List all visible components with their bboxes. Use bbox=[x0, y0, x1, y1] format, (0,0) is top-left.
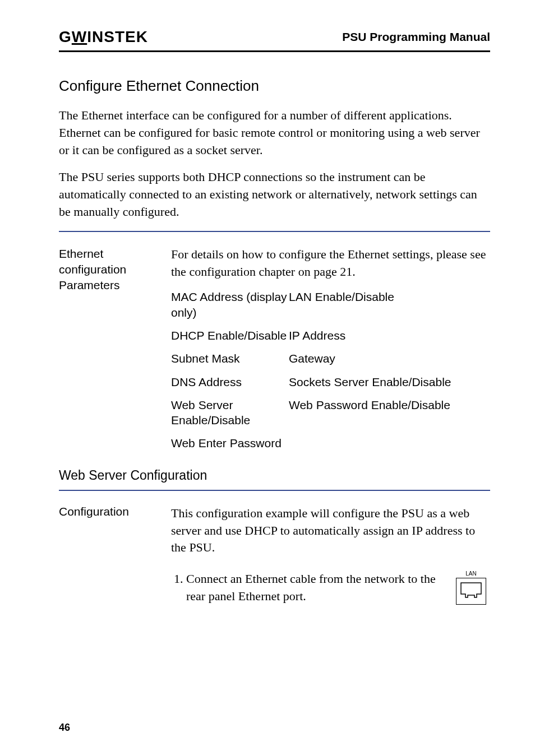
param-cell: LAN Enable/Disable bbox=[289, 289, 490, 320]
param-cell-full: Web Enter Password bbox=[171, 435, 490, 451]
section-divider bbox=[59, 490, 490, 491]
step-text: 1. Connect an Ethernet cable from the ne… bbox=[183, 571, 444, 605]
intro-paragraph-2: The PSU series supports both DHCP connec… bbox=[59, 169, 490, 220]
parameters-intro: For details on how to configure the Ethe… bbox=[171, 246, 490, 281]
param-cell: Sockets Server Enable/Disable bbox=[289, 374, 490, 389]
config-intro: This configuration example will configur… bbox=[171, 505, 490, 556]
section-divider bbox=[59, 231, 490, 232]
config-label: Configuration bbox=[59, 505, 171, 605]
param-cell: Web Password Enable/Disable bbox=[289, 397, 490, 428]
intro-paragraph-1: The Ethernet interface can be configured… bbox=[59, 107, 490, 159]
parameters-label: Ethernet configuration Parameters bbox=[59, 246, 171, 451]
param-cell: DHCP Enable/Disable bbox=[171, 328, 289, 343]
config-content: This configuration example will configur… bbox=[171, 505, 490, 605]
section-title: Configure Ethernet Connection bbox=[59, 77, 490, 95]
configuration-block: Configuration This configuration example… bbox=[59, 505, 490, 605]
param-cell: IP Address bbox=[289, 328, 490, 343]
logo-text-pre: G bbox=[59, 28, 72, 45]
page-header: GWINSTEK PSU Programming Manual bbox=[59, 28, 490, 52]
lan-label: LAN bbox=[452, 571, 490, 577]
header-title: PSU Programming Manual bbox=[342, 30, 490, 44]
lan-port-icon bbox=[456, 578, 486, 605]
logo-text-post: INSTEK bbox=[87, 28, 148, 45]
step-row: 1. Connect an Ethernet cable from the ne… bbox=[171, 571, 490, 605]
ethernet-parameters-block: Ethernet configuration Parameters For de… bbox=[59, 246, 490, 451]
param-cell: Gateway bbox=[289, 351, 490, 366]
param-cell: Subnet Mask bbox=[171, 351, 289, 366]
lan-port-diagram: LAN bbox=[452, 571, 490, 605]
param-cell: Web Server Enable/Disable bbox=[171, 397, 289, 428]
parameters-grid: MAC Address (display only) LAN Enable/Di… bbox=[171, 289, 490, 451]
parameters-content: For details on how to configure the Ethe… bbox=[171, 246, 490, 451]
page-number: 46 bbox=[59, 722, 70, 734]
param-cell: DNS Address bbox=[171, 374, 289, 389]
logo-text-u: W bbox=[72, 28, 87, 45]
param-cell: MAC Address (display only) bbox=[171, 289, 289, 320]
ethernet-jack-icon bbox=[460, 582, 482, 599]
subsection-title: Web Server Configuration bbox=[59, 468, 490, 483]
logo: GWINSTEK bbox=[59, 28, 148, 46]
